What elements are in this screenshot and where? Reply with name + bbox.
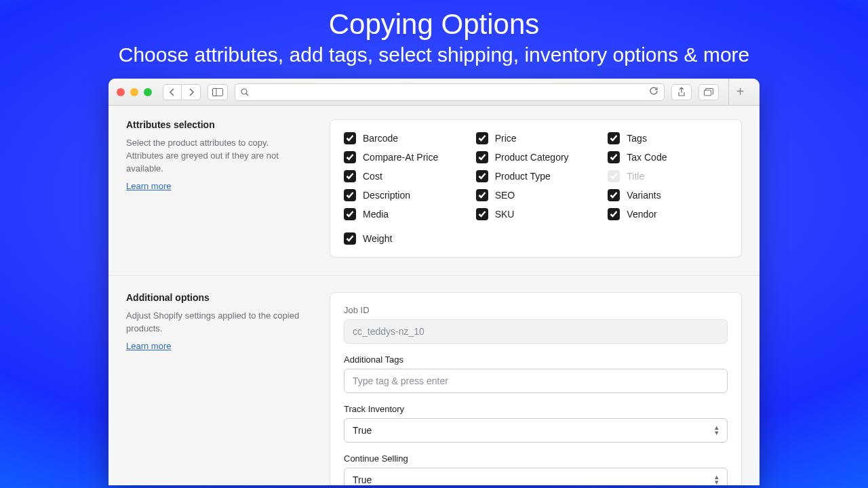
checkbox-icon — [476, 189, 488, 201]
checkbox-icon — [476, 151, 488, 163]
attributes-heading: Attributes selection — [126, 119, 302, 130]
checkbox-icon — [608, 132, 620, 144]
attribute-checkbox-title: Title — [608, 170, 728, 182]
job-id-field: cc_teddys-nz_10 — [344, 319, 728, 344]
tabs-button[interactable] — [698, 84, 719, 100]
attributes-learn-more-link[interactable]: Learn more — [126, 181, 171, 191]
attribute-checkbox-compare-at-price[interactable]: Compare-At Price — [344, 151, 464, 163]
svg-line-3 — [246, 94, 248, 96]
attribute-checkbox-price[interactable]: Price — [476, 132, 596, 144]
page-title: Copying Options — [0, 0, 868, 41]
checkbox-icon — [344, 189, 356, 201]
checkbox-icon — [344, 170, 356, 182]
attribute-checkbox-seo[interactable]: SEO — [476, 189, 596, 201]
attribute-checkbox-variants[interactable]: Variants — [608, 189, 728, 201]
checkbox-icon — [608, 189, 620, 201]
track-inventory-label: Track Inventory — [344, 404, 728, 414]
checkbox-icon — [344, 232, 356, 245]
browser-window: + Attributes selection Select the produc… — [108, 79, 760, 485]
attribute-checkbox-weight[interactable]: Weight — [344, 232, 464, 245]
additional-learn-more-link[interactable]: Learn more — [126, 341, 171, 351]
additional-heading: Additional options — [126, 292, 302, 303]
checkbox-icon — [608, 170, 620, 182]
checkbox-label: Title — [627, 171, 644, 182]
attribute-checkbox-sku[interactable]: SKU — [476, 208, 596, 220]
checkbox-label: Vendor — [627, 209, 656, 220]
checkbox-label: Description — [363, 190, 410, 201]
chevron-updown-icon: ▴▾ — [715, 474, 719, 485]
job-id-label: Job ID — [344, 305, 728, 315]
checkbox-icon — [476, 132, 488, 144]
checkbox-label: Media — [363, 209, 389, 220]
back-button[interactable] — [163, 84, 182, 100]
checkbox-label: Weight — [363, 233, 392, 244]
share-button[interactable] — [671, 84, 692, 100]
additional-tags-input[interactable]: Type tag & press enter — [344, 369, 728, 393]
attributes-card: BarcodePriceTagsCompare-At PriceProduct … — [330, 119, 742, 258]
search-icon — [241, 88, 249, 96]
checkbox-label: Tags — [627, 133, 647, 144]
page-content: Attributes selection Select the product … — [108, 106, 760, 485]
checkbox-icon — [344, 151, 356, 163]
attribute-checkbox-product-category[interactable]: Product Category — [476, 151, 596, 163]
attribute-checkbox-tax-code[interactable]: Tax Code — [608, 151, 728, 163]
checkbox-label: SEO — [495, 190, 515, 201]
additional-tags-label: Additional Tags — [344, 354, 728, 365]
checkbox-label: Cost — [363, 171, 382, 182]
attribute-checkbox-tags[interactable]: Tags — [608, 132, 728, 144]
attributes-description: Select the product attributes to copy. A… — [126, 137, 302, 176]
attribute-checkbox-vendor[interactable]: Vendor — [608, 208, 728, 220]
checkbox-icon — [344, 208, 356, 220]
checkbox-label: Price — [495, 133, 517, 144]
additional-card: Job ID cc_teddys-nz_10 Additional Tags T… — [330, 292, 742, 485]
checkbox-label: Compare-At Price — [363, 152, 438, 163]
new-tab-button[interactable]: + — [728, 79, 751, 106]
svg-rect-4 — [705, 90, 711, 96]
checkbox-label: Barcode — [363, 133, 398, 144]
attribute-checkbox-description[interactable]: Description — [344, 189, 464, 201]
svg-rect-0 — [213, 88, 223, 96]
checkbox-label: Variants — [627, 190, 660, 201]
additional-description: Adjust Shopify settings applied to the c… — [126, 310, 302, 336]
checkbox-icon — [476, 208, 488, 220]
checkbox-label: SKU — [495, 209, 515, 220]
checkbox-label: Product Type — [495, 171, 551, 182]
checkbox-icon — [344, 132, 356, 144]
attribute-checkbox-barcode[interactable]: Barcode — [344, 132, 464, 144]
chevron-updown-icon: ▴▾ — [715, 425, 719, 435]
continue-selling-select[interactable]: True ▴▾ — [344, 468, 728, 485]
section-divider — [108, 275, 760, 276]
checkbox-icon — [608, 208, 620, 220]
forward-button[interactable] — [182, 84, 201, 100]
svg-point-2 — [241, 89, 247, 94]
attribute-checkbox-product-type[interactable]: Product Type — [476, 170, 596, 182]
window-close-button[interactable] — [117, 88, 125, 96]
checkbox-icon — [476, 170, 488, 182]
page-subtitle: Choose attributes, add tags, select ship… — [0, 43, 868, 66]
checkbox-icon — [608, 151, 620, 163]
refresh-button[interactable] — [649, 86, 658, 98]
window-minimize-button[interactable] — [130, 88, 138, 96]
track-inventory-select[interactable]: True ▴▾ — [344, 418, 728, 443]
address-bar[interactable] — [235, 83, 665, 101]
attribute-checkbox-cost[interactable]: Cost — [344, 170, 464, 182]
checkbox-label: Product Category — [495, 152, 569, 163]
window-zoom-button[interactable] — [144, 88, 152, 96]
attribute-checkbox-media[interactable]: Media — [344, 208, 464, 220]
sidebar-toggle-button[interactable] — [208, 84, 228, 100]
browser-toolbar: + — [108, 79, 760, 106]
continue-selling-label: Continue Selling — [344, 453, 728, 464]
checkbox-label: Tax Code — [627, 152, 667, 163]
